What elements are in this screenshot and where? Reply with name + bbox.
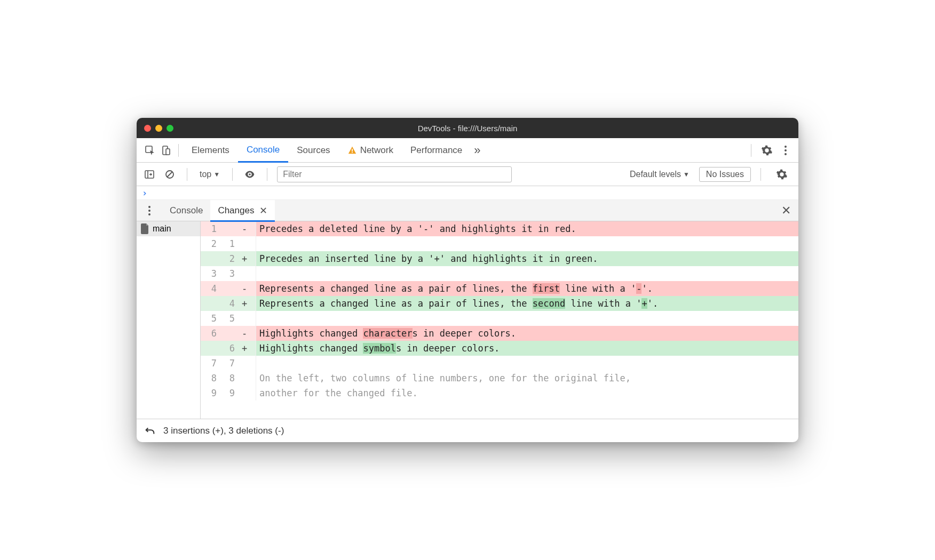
diff-code	[256, 311, 798, 326]
diff-sign	[237, 236, 252, 251]
clear-console-icon[interactable]	[162, 167, 177, 182]
diff-code: Precedes an inserted line by a '+' and h…	[256, 251, 798, 266]
diff-sign: +	[237, 296, 252, 311]
titlebar: DevTools - file:///Users/main	[137, 118, 798, 138]
close-window-button[interactable]	[144, 125, 151, 132]
file-item[interactable]: main	[137, 221, 200, 236]
separator	[187, 168, 187, 181]
diff-line: 4-Represents a changed line as a pair of…	[201, 281, 798, 296]
context-label: top	[200, 170, 211, 179]
separator	[267, 168, 267, 181]
main-tabs: Elements Console Sources Network Perform…	[137, 138, 798, 163]
diff-view: 1-Precedes a deleted line by a '-' and h…	[201, 221, 798, 419]
line-number-new: 3	[219, 266, 237, 281]
drawer-tab-changes[interactable]: Changes ✕	[210, 200, 275, 221]
diff-sign: +	[237, 251, 252, 266]
filter-input[interactable]	[277, 166, 512, 182]
line-number-old: 1	[201, 221, 219, 236]
line-number-old: 8	[201, 371, 219, 386]
overflow-menu-icon[interactable]	[778, 146, 793, 155]
drawer-tab-console[interactable]: Console	[162, 200, 210, 221]
diff-sign	[237, 356, 252, 371]
line-number-new	[219, 221, 237, 236]
line-number-new: 4	[219, 296, 237, 311]
separator	[178, 144, 179, 157]
maximize-window-button[interactable]	[167, 125, 173, 132]
diff-sign: -	[237, 326, 252, 341]
close-drawer-icon[interactable]: ✕	[774, 204, 798, 218]
file-name: main	[153, 224, 171, 234]
line-number-new: 5	[219, 311, 237, 326]
changes-panel: main 1-Precedes a deleted line by a '-' …	[137, 221, 798, 419]
file-icon	[141, 223, 149, 234]
live-expression-icon[interactable]	[242, 167, 257, 182]
files-sidebar: main	[137, 221, 201, 419]
line-number-old: 2	[201, 236, 219, 251]
tab-elements[interactable]: Elements	[183, 138, 238, 163]
diff-sign	[237, 266, 252, 281]
line-number-old: 4	[201, 281, 219, 296]
svg-point-7	[249, 173, 251, 175]
line-number-new: 8	[219, 371, 237, 386]
diff-line: 6-Highlights changed characters in deepe…	[201, 326, 798, 341]
device-toolbar-icon[interactable]	[158, 142, 174, 158]
diff-line: 88On the left, two columns of line numbe…	[201, 371, 798, 386]
changes-summary: 3 insertions (+), 3 deletions (-)	[163, 426, 284, 436]
diff-code: Highlights changed symbols in deeper col…	[256, 341, 798, 356]
diff-sign	[237, 371, 252, 386]
settings-icon[interactable]	[756, 145, 778, 156]
line-number-new: 9	[219, 386, 237, 401]
show-console-sidebar-icon[interactable]	[142, 167, 157, 182]
diff-line: 4+Represents a changed line as a pair of…	[201, 296, 798, 311]
changes-footer: 3 insertions (+), 3 deletions (-)	[137, 419, 798, 442]
diff-code	[256, 356, 798, 371]
close-tab-icon[interactable]: ✕	[259, 205, 267, 217]
tab-label: Performance	[410, 145, 462, 156]
more-tabs-icon[interactable]: »	[471, 143, 484, 157]
window-controls	[144, 125, 173, 132]
diff-code: On the left, two columns of line numbers…	[256, 371, 798, 386]
diff-code: Represents a changed line as a pair of l…	[256, 296, 798, 311]
inspect-element-icon[interactable]	[142, 142, 158, 158]
separator	[760, 168, 761, 181]
diff-line: 6+Highlights changed symbols in deeper c…	[201, 341, 798, 356]
line-number-new: 2	[219, 251, 237, 266]
tab-console[interactable]: Console	[238, 138, 288, 163]
issues-button[interactable]: No Issues	[699, 167, 751, 182]
drawer-tabs: Console Changes ✕ ✕	[137, 200, 798, 221]
line-number-new	[219, 281, 237, 296]
revert-icon[interactable]	[144, 425, 156, 437]
execution-context-selector[interactable]: top ▼	[197, 168, 223, 181]
diff-code	[256, 266, 798, 281]
console-toolbar: top ▼ Default levels ▼ No Issues	[137, 163, 798, 186]
svg-rect-3	[352, 149, 353, 151]
line-number-old	[201, 251, 219, 266]
tab-label: Network	[360, 145, 393, 156]
log-levels-selector[interactable]: Default levels ▼	[625, 170, 694, 179]
issues-label: No Issues	[706, 170, 744, 179]
line-number-old: 7	[201, 356, 219, 371]
line-number-new: 1	[219, 236, 237, 251]
diff-line: 99another for the changed file.	[201, 386, 798, 401]
diff-sign: -	[237, 281, 252, 296]
minimize-window-button[interactable]	[155, 125, 162, 132]
line-number-new	[219, 326, 237, 341]
line-number-old	[201, 296, 219, 311]
separator	[232, 168, 233, 181]
tab-sources[interactable]: Sources	[288, 138, 338, 163]
svg-rect-2	[166, 149, 170, 155]
console-settings-icon[interactable]	[771, 169, 793, 180]
console-prompt[interactable]	[137, 186, 798, 200]
tab-label: Sources	[297, 145, 330, 156]
drawer-menu-icon[interactable]	[142, 206, 157, 215]
tab-network[interactable]: Network	[339, 138, 402, 163]
tab-label: Elements	[192, 145, 229, 156]
line-number-old: 6	[201, 326, 219, 341]
diff-sign: +	[237, 341, 252, 356]
warning-icon	[347, 146, 357, 155]
line-number-new: 7	[219, 356, 237, 371]
tab-performance[interactable]: Performance	[402, 138, 471, 163]
tab-label: Changes	[218, 205, 254, 216]
diff-code: another for the changed file.	[256, 386, 798, 401]
chevron-down-icon: ▼	[683, 171, 690, 178]
